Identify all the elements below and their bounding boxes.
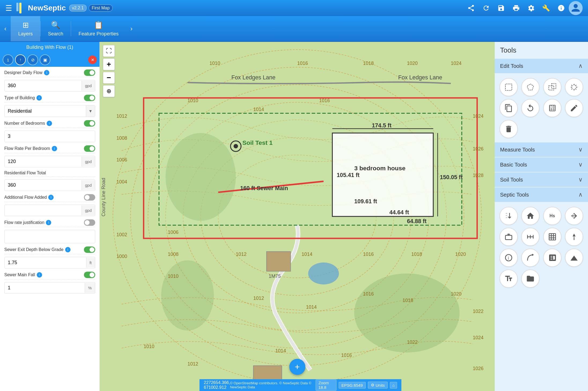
tab-slash[interactable]: ⊘ bbox=[27, 54, 38, 65]
zoom-out-button[interactable]: − bbox=[103, 72, 115, 84]
compass-button[interactable]: ⊕ bbox=[103, 85, 115, 97]
fullscreen-button[interactable]: ⛶ bbox=[103, 45, 115, 57]
tank-tool[interactable] bbox=[500, 228, 518, 246]
additional-flow-added-toggle[interactable] bbox=[84, 194, 95, 201]
tab-layers[interactable]: ⊞ Layers bbox=[11, 16, 40, 41]
svg-text:1008: 1008 bbox=[116, 135, 127, 141]
septic-tools-label: Septic Tools bbox=[500, 192, 529, 198]
flow-rate-per-bedroom-toggle[interactable] bbox=[84, 145, 95, 152]
measure-tools-section-header[interactable]: Measure Tools ∨ bbox=[495, 142, 588, 157]
resize-tool[interactable] bbox=[543, 99, 561, 117]
number-of-bedrooms-info[interactable]: i bbox=[47, 121, 52, 126]
grid-tool[interactable] bbox=[543, 228, 561, 246]
distribution-tool[interactable] bbox=[521, 228, 539, 246]
septic-tools-section-header[interactable]: Septic Tools ∧ bbox=[495, 187, 588, 202]
info-point-tool[interactable]: i bbox=[500, 249, 518, 267]
field-sewer-exit-depth: Sewer Exit Depth Below Grade i ft bbox=[4, 246, 95, 268]
flow-arrow-tool[interactable] bbox=[565, 207, 583, 225]
field-label-designer-daily-flow: Designer Daily Flow i bbox=[4, 69, 95, 76]
hs-tool[interactable]: Hs bbox=[543, 207, 561, 225]
additional-flow-added-input[interactable] bbox=[5, 205, 82, 216]
refresh-icon[interactable] bbox=[480, 2, 493, 14]
units-button[interactable]: ⚙ Units bbox=[368, 382, 388, 389]
field-label-residential-flow-total: Residential Flow Total bbox=[4, 171, 95, 175]
save-icon[interactable] bbox=[495, 2, 508, 14]
delete-tool[interactable] bbox=[500, 120, 518, 138]
flow-rate-justification-input[interactable] bbox=[5, 230, 95, 243]
field-type-of-building: Type of Building i Residential Commercia… bbox=[4, 95, 95, 117]
home-button[interactable]: ⌂ bbox=[390, 382, 397, 389]
map-area[interactable]: Fox Ledges Lane Fox Ledges Lane 1012 100… bbox=[100, 42, 495, 391]
sewer-main-fall-info[interactable]: i bbox=[37, 272, 42, 278]
pipe-turn-tool[interactable] bbox=[521, 249, 539, 267]
right-panel: Tools Edit Tools ∧ bbox=[495, 42, 588, 391]
select-area-tool[interactable] bbox=[500, 78, 518, 96]
info-icon[interactable] bbox=[555, 2, 568, 14]
septic-tools-grid: Hs i bbox=[495, 202, 588, 292]
type-of-building-select[interactable]: Residential Commercial bbox=[5, 106, 86, 116]
flow-rate-justification-toggle[interactable] bbox=[84, 219, 95, 226]
select-polygon-tool[interactable] bbox=[521, 78, 539, 96]
svg-text:64.88 ft: 64.88 ft bbox=[407, 218, 427, 224]
add-fab-button[interactable]: + bbox=[289, 359, 305, 375]
edit-vertices-tool[interactable] bbox=[565, 99, 583, 117]
status-bar: 2272654.366, 671002.912 © OpenStreetMap … bbox=[199, 379, 401, 391]
svg-point-29 bbox=[308, 263, 339, 285]
additional-flow-added-info[interactable]: i bbox=[48, 195, 54, 200]
svg-text:County Line Road: County Line Road bbox=[101, 178, 106, 216]
basic-tools-section-header[interactable]: Basic Tools ∨ bbox=[495, 157, 588, 172]
tab-feature-properties[interactable]: 📋 Feature Properties bbox=[71, 16, 126, 41]
residential-flow-total-input[interactable] bbox=[5, 180, 82, 191]
move-node-tool[interactable] bbox=[565, 78, 583, 96]
type-of-building-info[interactable]: i bbox=[36, 95, 42, 101]
designer-daily-flow-unit: gpd bbox=[82, 81, 95, 91]
sewer-exit-depth-info[interactable]: i bbox=[65, 247, 71, 252]
sewer-main-fall-input[interactable] bbox=[5, 282, 85, 293]
mound-tool[interactable] bbox=[565, 249, 583, 267]
print-icon[interactable] bbox=[510, 2, 523, 14]
number-of-bedrooms-toggle[interactable] bbox=[84, 120, 95, 127]
flow-rate-per-bedroom-input[interactable] bbox=[5, 156, 82, 167]
number-of-bedrooms-input[interactable] bbox=[5, 131, 95, 142]
designer-daily-flow-input[interactable] bbox=[5, 80, 82, 91]
folder-tool[interactable] bbox=[521, 270, 539, 288]
tab-search[interactable]: 🔍 Search bbox=[40, 16, 71, 41]
select-box-tool[interactable] bbox=[543, 78, 561, 96]
sewer-exit-depth-toggle[interactable] bbox=[84, 246, 95, 253]
sewer-main-fall-toggle[interactable] bbox=[84, 272, 95, 278]
first-map-badge[interactable]: First Map bbox=[89, 5, 113, 12]
tab-1[interactable]: 1 bbox=[3, 54, 13, 65]
tab-feature-props-label: Feature Properties bbox=[79, 31, 119, 37]
main-content: Building With Flow (1) 1 ↑ ⊘ ▣ ✕ Designe… bbox=[0, 42, 588, 391]
type-of-building-toggle[interactable] bbox=[84, 95, 95, 101]
nav-forward-button[interactable]: › bbox=[126, 22, 137, 35]
menu-icon[interactable]: ☰ bbox=[5, 4, 12, 13]
settings-icon[interactable] bbox=[525, 2, 538, 14]
feature-close-button[interactable]: ✕ bbox=[88, 56, 97, 64]
svg-text:1024: 1024 bbox=[451, 61, 461, 66]
rotate-tool[interactable] bbox=[521, 99, 539, 117]
text-tool[interactable] bbox=[500, 270, 518, 288]
pump-tool[interactable] bbox=[565, 228, 583, 246]
edit-tools-section-header[interactable]: Edit Tools ∧ bbox=[495, 59, 588, 73]
designer-daily-flow-toggle[interactable] bbox=[84, 69, 95, 76]
building-tool[interactable] bbox=[521, 207, 539, 225]
tools-icon[interactable] bbox=[540, 2, 553, 14]
flow-rate-justification-info[interactable]: i bbox=[46, 220, 51, 225]
panel-tool[interactable] bbox=[543, 249, 561, 267]
copy-tool[interactable] bbox=[500, 99, 518, 117]
avatar[interactable] bbox=[569, 1, 583, 15]
additional-flow-added-input-row: gpd bbox=[4, 205, 95, 216]
sewer-line-tool[interactable] bbox=[500, 207, 518, 225]
nav-back-button[interactable]: ‹ bbox=[0, 22, 11, 35]
svg-text:1008: 1008 bbox=[168, 252, 179, 257]
tab-box[interactable]: ▣ bbox=[40, 54, 50, 65]
tab-arrow[interactable]: ↑ bbox=[15, 54, 26, 65]
flow-rate-per-bedroom-info[interactable]: i bbox=[52, 146, 57, 151]
soil-tools-section-header[interactable]: Soil Tools ∨ bbox=[495, 172, 588, 187]
share-icon[interactable] bbox=[465, 2, 478, 14]
designer-daily-flow-info[interactable]: i bbox=[44, 70, 49, 75]
svg-text:1M75: 1M75 bbox=[269, 274, 281, 279]
sewer-exit-depth-input[interactable] bbox=[5, 257, 86, 268]
zoom-in-button[interactable]: + bbox=[103, 58, 115, 70]
